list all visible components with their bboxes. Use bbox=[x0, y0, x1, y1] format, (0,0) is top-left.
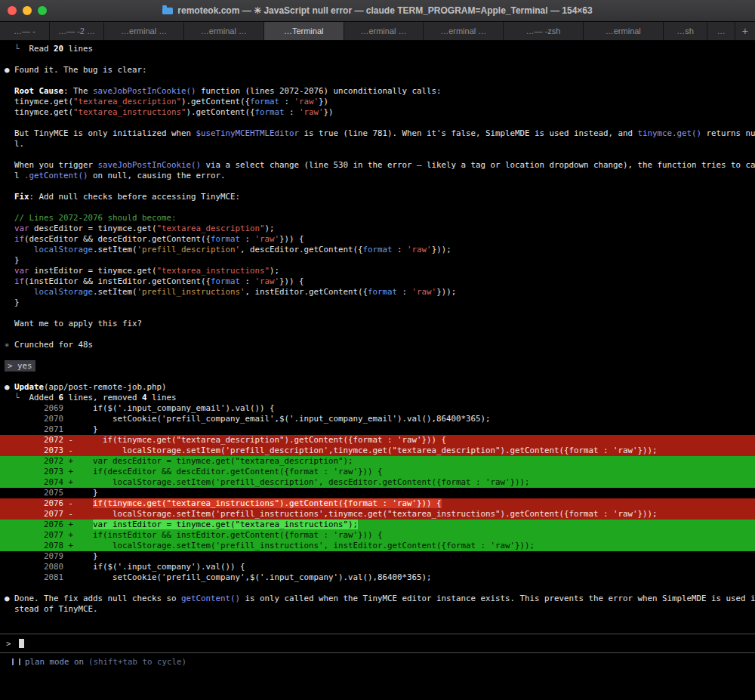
terminal-tab[interactable]: …— -2 … bbox=[50, 22, 104, 40]
tab-label: …erminal … bbox=[201, 26, 247, 35]
text-segment: l bbox=[5, 171, 24, 180]
terminal-line bbox=[0, 329, 755, 340]
text-segment-dim: 2070 bbox=[5, 414, 63, 424]
terminal-line: └ Read 20 lines bbox=[0, 44, 755, 54]
terminal-line bbox=[0, 54, 755, 65]
terminal-line: // Lines 2072-2076 should become: bbox=[0, 213, 755, 224]
terminal-line: └ Added 6 lines, removed 4 lines bbox=[0, 393, 755, 403]
diff-line-add: 2074 + localStorage.setItem('prefill_des… bbox=[0, 477, 755, 488]
terminal-line bbox=[0, 583, 755, 594]
text-segment-blu: format bbox=[363, 245, 393, 254]
text-segment-str: 'raw' bbox=[412, 287, 437, 297]
zoom-button[interactable] bbox=[38, 6, 47, 15]
diff-line-add: 2077 + if(instEditor && instEditor.getCo… bbox=[0, 530, 755, 541]
tab-label: …erminal … bbox=[440, 26, 486, 35]
mode-hint: (shift+tab to cycle) bbox=[88, 657, 186, 667]
text-segment-str: "textarea_description" bbox=[73, 97, 181, 106]
text-segment-str: "textarea_instructions" bbox=[73, 107, 186, 117]
text-segment: lines, removed bbox=[63, 393, 142, 402]
text-segment: }) bbox=[324, 107, 334, 117]
tab-bar: …— -…— -2 ……erminal ……erminal ……Terminal… bbox=[0, 22, 755, 41]
text-segment: ).getContent({ bbox=[186, 107, 255, 117]
tab-label: …— -2 … bbox=[58, 26, 95, 35]
text-segment: }) bbox=[319, 97, 328, 106]
terminal-output[interactable]: └ Read 20 lines ● Found it. The bug is c… bbox=[0, 41, 755, 634]
terminal-tab-active[interactable]: …Terminal bbox=[264, 22, 344, 40]
terminal-line: Root Cause: The saveJobPostInCookie() fu… bbox=[0, 86, 755, 97]
terminal-line: 2081 setCookie('prefill_company',$('.inp… bbox=[0, 572, 755, 583]
title-bar[interactable]: remoteok.com — ✳ JavaScript null error —… bbox=[0, 0, 755, 22]
text-segment: })) { bbox=[279, 276, 304, 286]
text-cursor bbox=[19, 639, 24, 648]
text-segment-blu: localStorage bbox=[34, 287, 93, 297]
text-segment: l. bbox=[5, 139, 24, 149]
text-segment: is true (line 781). When it's false, Sim… bbox=[299, 128, 638, 138]
text-segment-b: 20 bbox=[54, 44, 63, 54]
terminal-line: Want me to apply this fix? bbox=[0, 319, 755, 329]
text-segment: .setItem( bbox=[93, 287, 137, 297]
terminal-line bbox=[0, 76, 755, 86]
text-segment: 2076 - bbox=[5, 498, 93, 508]
text-segment-blu: format bbox=[211, 234, 240, 244]
terminal-tab[interactable]: …erminal bbox=[584, 22, 664, 40]
close-button[interactable] bbox=[8, 6, 17, 15]
terminal-line: if(descEditor && descEditor.getContent({… bbox=[0, 234, 755, 245]
terminal-tab[interactable]: …sh bbox=[664, 22, 708, 40]
text-segment: : bbox=[397, 287, 412, 297]
text-segment-str: 'raw' bbox=[255, 234, 280, 244]
text-segment-dim: └ bbox=[5, 44, 29, 54]
text-segment: descEditor = tinymce.get( bbox=[29, 224, 157, 233]
terminal-tab[interactable]: …erminal … bbox=[424, 22, 504, 40]
terminal-line: tinymce.get("textarea_description").getC… bbox=[0, 97, 755, 107]
text-segment: : bbox=[285, 107, 300, 117]
terminal-tab[interactable]: …— - bbox=[0, 22, 50, 40]
text-segment: })) { bbox=[279, 234, 304, 244]
text-segment: 2072 + var descEditor = tinymce.get("tex… bbox=[5, 456, 353, 466]
minimize-button[interactable] bbox=[23, 6, 32, 15]
terminal-tab[interactable]: … bbox=[707, 22, 735, 40]
text-segment-com: // Lines 2072-2076 should become: bbox=[5, 213, 177, 223]
text-segment: via a select change (line 530 in the err… bbox=[201, 160, 755, 170]
text-segment bbox=[5, 234, 14, 244]
tab-label: …Terminal bbox=[284, 26, 324, 35]
new-tab-button[interactable]: + bbox=[735, 22, 755, 40]
text-segment-dim: ✳ bbox=[5, 340, 14, 350]
text-segment-blu: format bbox=[211, 276, 240, 286]
tab-label: …erminal bbox=[606, 26, 641, 35]
tab-label: …sh bbox=[676, 26, 694, 35]
diff-line-add: 2073 + if(descEditor && descEditor.getCo… bbox=[0, 467, 755, 477]
text-segment-hl: var instEditor = tinymce.get("textarea_i… bbox=[93, 520, 358, 529]
terminal-line: > yes bbox=[0, 361, 755, 372]
text-segment bbox=[5, 287, 34, 297]
terminal-tab[interactable]: …erminal … bbox=[344, 22, 424, 40]
text-segment-str: 'raw' bbox=[407, 245, 432, 254]
terminal-tab[interactable]: …— -zsh bbox=[504, 22, 584, 40]
terminal-line: ● Done. The fix adds null checks so getC… bbox=[0, 594, 755, 604]
prompt-input-box[interactable]: > bbox=[0, 634, 755, 653]
text-segment: (descEditor && descEditor.getContent({ bbox=[24, 234, 211, 244]
text-segment-ostr: 'prefill_description' bbox=[137, 245, 241, 254]
terminal-tab[interactable]: …erminal … bbox=[104, 22, 184, 40]
terminal-window: remoteok.com — ✳ JavaScript null error —… bbox=[0, 0, 755, 700]
text-segment: is only called when the TinyMCE editor i… bbox=[240, 594, 755, 603]
text-segment-str: 'raw' bbox=[255, 276, 280, 286]
text-segment-dim: 2071 bbox=[5, 424, 63, 434]
terminal-line bbox=[0, 308, 755, 319]
text-segment: (app/post-remote-job.php) bbox=[44, 382, 167, 392]
text-segment: } bbox=[63, 551, 98, 561]
text-segment: Want me to apply this fix? bbox=[5, 319, 142, 328]
folder-icon bbox=[162, 8, 173, 14]
text-segment: : bbox=[393, 245, 408, 254]
text-segment-code: saveJobPostInCookie() bbox=[93, 86, 196, 96]
text-segment: : The bbox=[63, 86, 93, 96]
text-segment: 2073 + if(descEditor && descEditor.getCo… bbox=[5, 467, 383, 476]
text-segment-b: Root Cause bbox=[14, 86, 63, 96]
diff-line-del: 2077 - localStorage.setItem('prefill_ins… bbox=[0, 509, 755, 520]
terminal-tab[interactable]: …erminal … bbox=[184, 22, 264, 40]
text-segment-blu: format bbox=[255, 107, 285, 117]
text-segment-code: .getContent() bbox=[24, 171, 88, 180]
terminal-line: But TinyMCE is only initialized when $us… bbox=[0, 128, 755, 139]
text-segment bbox=[5, 276, 14, 286]
terminal-line: localStorage.setItem('prefill_descriptio… bbox=[0, 245, 755, 255]
text-segment: ● Found it. The bug is clear: bbox=[5, 65, 147, 75]
